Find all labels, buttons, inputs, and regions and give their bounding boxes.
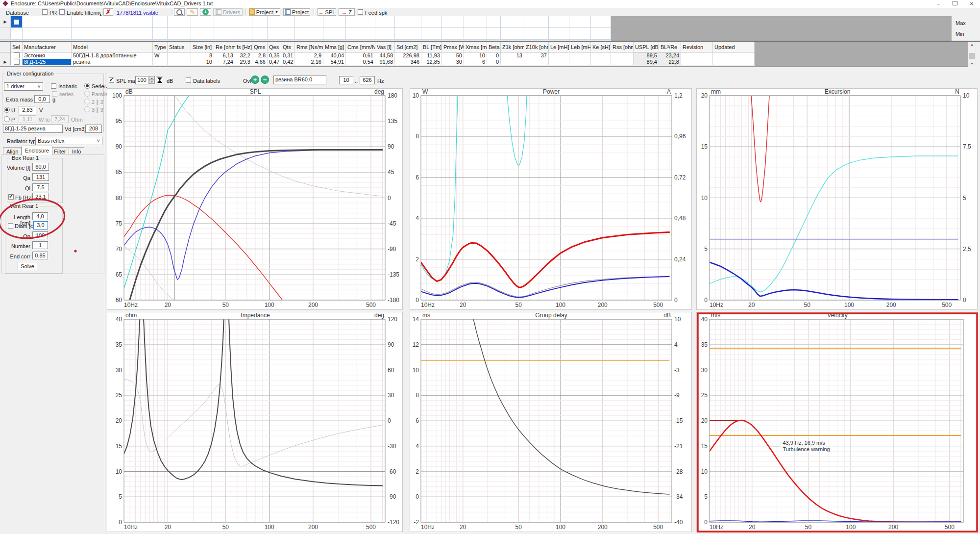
isobaric-checkbox[interactable] (51, 83, 56, 89)
filter-cell[interactable] (281, 28, 295, 40)
project-open-button[interactable]: Project (249, 8, 273, 16)
filter-cell[interactable] (235, 16, 252, 28)
filter-cell[interactable] (487, 28, 501, 40)
velocity-chart[interactable]: Velocitym/s403530252015105010Hz205010020… (696, 312, 978, 532)
filter-cell-focused[interactable] (11, 16, 23, 28)
length-field[interactable]: 4,0 (32, 212, 48, 220)
column-header[interactable]: Vas [l] (375, 42, 395, 52)
close-button[interactable]: ✕ (963, 0, 980, 8)
column-header[interactable]: Le [mH] (549, 42, 569, 52)
filter-cell[interactable] (524, 28, 549, 40)
driver-name-field[interactable]: 8ГД-1-25 резина (3, 125, 63, 133)
filter-cell[interactable] (281, 16, 295, 28)
filter-cell[interactable] (569, 28, 591, 40)
filter-cell[interactable] (501, 28, 524, 40)
filter-row[interactable]: ▶ (0, 16, 611, 28)
hourglass-button[interactable] (156, 76, 163, 84)
data-labels-checkbox[interactable] (186, 77, 191, 83)
voltage-radio[interactable] (4, 107, 10, 113)
row-checkbox[interactable] (14, 52, 20, 58)
scroll-up-icon[interactable]: ▲ (968, 43, 976, 46)
column-header[interactable]: Qts (281, 42, 295, 52)
power-radio[interactable] (4, 116, 10, 122)
column-header[interactable]: Sd [cm2] (395, 42, 421, 52)
table-row[interactable]: ▶8ГД-1-25резина107,2429,34,660,470,422,1… (0, 59, 755, 65)
filter-cell[interactable] (375, 16, 395, 28)
freq-to-field[interactable]: 626 (360, 76, 375, 84)
extra-mass-field[interactable]: 0,0 (34, 95, 50, 103)
column-header[interactable]: Beta (487, 42, 501, 52)
freq-from-field[interactable]: 10 (339, 76, 353, 84)
column-header[interactable]: Type (153, 42, 168, 52)
filter-cell[interactable] (168, 16, 191, 28)
column-header[interactable]: Ke [sH] (591, 42, 611, 52)
table-row[interactable]: Эстония50ГДН-1-8 доработанныеW86,1332,22… (0, 52, 755, 59)
column-header[interactable]: fs [Hz] (235, 42, 252, 52)
solve-button[interactable]: Solve (18, 262, 37, 270)
filter-cell[interactable] (549, 16, 569, 28)
filter-cell[interactable] (442, 16, 464, 28)
filter-cell[interactable] (591, 28, 611, 40)
column-header[interactable]: Model (72, 42, 153, 52)
filter-cell[interactable] (346, 16, 375, 28)
column-header[interactable]: Manufacturer (23, 42, 72, 52)
filter-cell[interactable] (487, 16, 501, 28)
qp-field[interactable]: 100 (32, 231, 48, 239)
pr-checkbox[interactable] (42, 9, 48, 15)
column-header[interactable]: Revision (681, 42, 713, 52)
column-header[interactable]: Rss [ohm] (611, 42, 634, 52)
tab-filter[interactable]: Filter (50, 147, 69, 155)
export-spl-button[interactable]: →SPL (318, 8, 336, 16)
filter-cell[interactable] (153, 28, 168, 40)
filter-cell[interactable] (191, 28, 214, 40)
filter-cell[interactable] (72, 16, 153, 28)
impedance-chart[interactable]: Impedanceohmdeg4035302520151050120906030… (107, 312, 403, 532)
filter-row[interactable] (0, 28, 611, 40)
column-header[interactable]: Size [in] (191, 42, 214, 52)
filter-cell[interactable] (549, 28, 569, 40)
table-scrollbar[interactable]: ▲ ▼ (968, 42, 976, 66)
row-select-cell[interactable] (11, 59, 23, 65)
column-header[interactable]: BL [Tm] (421, 42, 442, 52)
filter-cell[interactable] (23, 16, 72, 28)
filter-cell[interactable] (23, 28, 72, 40)
spl-chart[interactable]: SPLdBdeg100959085807570656018013590450-4… (107, 88, 403, 310)
filter-cell[interactable] (214, 16, 235, 28)
filter-cell[interactable] (191, 16, 214, 28)
filter-cell[interactable] (168, 28, 191, 40)
row-select-cell[interactable] (11, 52, 23, 59)
overlay-remove-button[interactable]: − (261, 76, 269, 84)
filter-cell[interactable] (72, 28, 153, 40)
spl-max-checkbox[interactable] (109, 77, 114, 83)
enable-filtering-checkbox[interactable] (59, 9, 65, 15)
filter-grid[interactable]: ▶ (0, 16, 611, 40)
diam-field[interactable]: 3,0 (33, 221, 48, 229)
filter-cell[interactable] (501, 16, 524, 28)
maximize-button[interactable] (947, 0, 963, 8)
diam-checkbox[interactable] (8, 223, 13, 229)
filter-cell[interactable] (395, 28, 421, 40)
filter-cell[interactable] (591, 16, 611, 28)
filter-cell[interactable] (524, 16, 549, 28)
filter-cell[interactable] (235, 28, 252, 40)
column-header[interactable]: Xmax [mm] (464, 42, 487, 52)
filter-cell[interactable] (323, 28, 346, 40)
volume-field[interactable]: 60,0 (32, 163, 49, 171)
filter-cell[interactable] (346, 28, 375, 40)
column-header[interactable]: Pmax [W] (442, 42, 464, 52)
clear-filter-button[interactable]: ✗ (103, 8, 113, 16)
edit-button[interactable]: ✎ (187, 8, 198, 16)
filter-cell[interactable] (252, 16, 268, 28)
filter-cell[interactable] (375, 28, 395, 40)
project-open-dropdown[interactable]: ▼ (273, 8, 280, 16)
scroll-thumb[interactable] (969, 53, 975, 59)
column-header[interactable]: Qes (268, 42, 281, 52)
spl-max-field[interactable]: 100 (135, 76, 148, 84)
export-z-button[interactable]: →Z (339, 8, 355, 16)
filter-cell[interactable] (153, 16, 168, 28)
column-header[interactable]: Mms [g] (323, 42, 346, 52)
spl-max-spinner[interactable]: ▲▼ (149, 76, 155, 84)
voltage-field[interactable]: 2,83 (19, 106, 36, 114)
drivers-table[interactable]: SelManufacturerModelTypeStatusSize [in]R… (0, 42, 755, 65)
series-radio[interactable] (84, 83, 90, 89)
